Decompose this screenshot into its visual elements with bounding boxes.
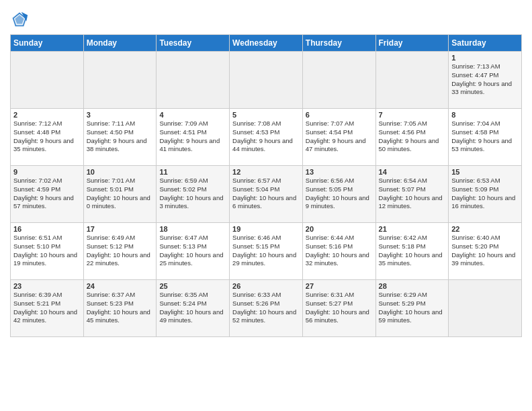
- day-info: Sunrise: 6:42 AM Sunset: 5:18 PM Dayligh…: [379, 234, 446, 268]
- day-number: 14: [379, 168, 446, 176]
- weekday-header-friday: Friday: [375, 35, 449, 52]
- day-number: 3: [87, 111, 154, 119]
- day-info: Sunrise: 6:35 AM Sunset: 5:24 PM Dayligh…: [159, 291, 226, 325]
- weekday-header-thursday: Thursday: [302, 35, 375, 52]
- day-number: 26: [232, 282, 300, 290]
- day-number: 20: [306, 225, 373, 233]
- calendar-cell: [375, 52, 449, 109]
- calendar-week-2: 2Sunrise: 7:12 AM Sunset: 4:48 PM Daylig…: [11, 109, 522, 166]
- calendar-cell: 24Sunrise: 6:37 AM Sunset: 5:23 PM Dayli…: [83, 280, 157, 337]
- day-info: Sunrise: 7:12 AM Sunset: 4:48 PM Dayligh…: [13, 120, 81, 154]
- day-number: 7: [379, 111, 446, 119]
- day-info: Sunrise: 6:40 AM Sunset: 5:20 PM Dayligh…: [451, 234, 519, 268]
- day-info: Sunrise: 6:37 AM Sunset: 5:23 PM Dayligh…: [87, 291, 154, 325]
- calendar-cell: 15Sunrise: 6:53 AM Sunset: 5:09 PM Dayli…: [449, 166, 522, 223]
- calendar-cell: 25Sunrise: 6:35 AM Sunset: 5:24 PM Dayli…: [157, 280, 230, 337]
- day-number: 1: [451, 54, 519, 62]
- calendar-cell: 9Sunrise: 7:02 AM Sunset: 4:59 PM Daylig…: [11, 166, 84, 223]
- day-number: 2: [13, 111, 81, 119]
- calendar-week-1: 1Sunrise: 7:13 AM Sunset: 4:47 PM Daylig…: [11, 52, 522, 109]
- calendar-cell: 5Sunrise: 7:08 AM Sunset: 4:53 PM Daylig…: [230, 109, 303, 166]
- calendar-cell: 26Sunrise: 6:33 AM Sunset: 5:26 PM Dayli…: [230, 280, 303, 337]
- calendar-cell: 10Sunrise: 7:01 AM Sunset: 5:01 PM Dayli…: [83, 166, 157, 223]
- day-number: 25: [159, 282, 226, 290]
- calendar-header-row: SundayMondayTuesdayWednesdayThursdayFrid…: [11, 35, 522, 52]
- day-number: 8: [451, 111, 519, 119]
- day-number: 18: [159, 225, 226, 233]
- calendar-week-5: 23Sunrise: 6:39 AM Sunset: 5:21 PM Dayli…: [11, 280, 522, 337]
- calendar-week-4: 16Sunrise: 6:51 AM Sunset: 5:10 PM Dayli…: [11, 223, 522, 280]
- calendar-cell: 16Sunrise: 6:51 AM Sunset: 5:10 PM Dayli…: [11, 223, 84, 280]
- day-info: Sunrise: 7:07 AM Sunset: 4:54 PM Dayligh…: [306, 120, 373, 154]
- calendar-table: SundayMondayTuesdayWednesdayThursdayFrid…: [10, 34, 522, 337]
- calendar-cell: 2Sunrise: 7:12 AM Sunset: 4:48 PM Daylig…: [11, 109, 84, 166]
- day-info: Sunrise: 7:04 AM Sunset: 4:58 PM Dayligh…: [451, 120, 519, 154]
- calendar-cell: [449, 280, 522, 337]
- day-info: Sunrise: 7:13 AM Sunset: 4:47 PM Dayligh…: [451, 62, 519, 97]
- day-info: Sunrise: 6:59 AM Sunset: 5:02 PM Dayligh…: [159, 177, 226, 211]
- day-info: Sunrise: 6:53 AM Sunset: 5:09 PM Dayligh…: [451, 177, 519, 211]
- day-info: Sunrise: 7:09 AM Sunset: 4:51 PM Dayligh…: [159, 120, 226, 154]
- day-number: 5: [232, 111, 300, 119]
- logo: [10, 10, 32, 29]
- calendar-cell: 17Sunrise: 6:49 AM Sunset: 5:12 PM Dayli…: [83, 223, 157, 280]
- day-number: 4: [159, 111, 226, 119]
- weekday-header-tuesday: Tuesday: [157, 35, 230, 52]
- day-info: Sunrise: 7:05 AM Sunset: 4:56 PM Dayligh…: [379, 120, 446, 154]
- calendar-cell: 7Sunrise: 7:05 AM Sunset: 4:56 PM Daylig…: [375, 109, 449, 166]
- calendar-cell: 19Sunrise: 6:46 AM Sunset: 5:15 PM Dayli…: [230, 223, 303, 280]
- weekday-header-sunday: Sunday: [11, 35, 84, 52]
- calendar-cell: 3Sunrise: 7:11 AM Sunset: 4:50 PM Daylig…: [83, 109, 157, 166]
- day-info: Sunrise: 6:56 AM Sunset: 5:05 PM Dayligh…: [306, 177, 373, 211]
- day-info: Sunrise: 6:46 AM Sunset: 5:15 PM Dayligh…: [232, 234, 300, 268]
- day-number: 24: [87, 282, 154, 290]
- calendar-cell: 21Sunrise: 6:42 AM Sunset: 5:18 PM Dayli…: [375, 223, 449, 280]
- day-number: 13: [306, 168, 373, 176]
- calendar-cell: 27Sunrise: 6:31 AM Sunset: 5:27 PM Dayli…: [302, 280, 375, 337]
- day-info: Sunrise: 6:49 AM Sunset: 5:12 PM Dayligh…: [87, 234, 154, 268]
- day-info: Sunrise: 6:57 AM Sunset: 5:04 PM Dayligh…: [232, 177, 300, 211]
- day-number: 12: [232, 168, 300, 176]
- calendar-cell: 18Sunrise: 6:47 AM Sunset: 5:13 PM Dayli…: [157, 223, 230, 280]
- weekday-header-wednesday: Wednesday: [230, 35, 303, 52]
- day-info: Sunrise: 6:33 AM Sunset: 5:26 PM Dayligh…: [232, 291, 300, 325]
- weekday-header-monday: Monday: [83, 35, 157, 52]
- day-info: Sunrise: 6:39 AM Sunset: 5:21 PM Dayligh…: [13, 291, 81, 325]
- day-info: Sunrise: 6:44 AM Sunset: 5:16 PM Dayligh…: [306, 234, 373, 268]
- calendar-cell: 14Sunrise: 6:54 AM Sunset: 5:07 PM Dayli…: [375, 166, 449, 223]
- calendar-cell: 4Sunrise: 7:09 AM Sunset: 4:51 PM Daylig…: [157, 109, 230, 166]
- day-number: 22: [451, 225, 519, 233]
- day-number: 16: [13, 225, 81, 233]
- day-number: 21: [379, 225, 446, 233]
- calendar-cell: 22Sunrise: 6:40 AM Sunset: 5:20 PM Dayli…: [449, 223, 522, 280]
- calendar-cell: 13Sunrise: 6:56 AM Sunset: 5:05 PM Dayli…: [302, 166, 375, 223]
- calendar-cell: 20Sunrise: 6:44 AM Sunset: 5:16 PM Dayli…: [302, 223, 375, 280]
- day-info: Sunrise: 7:08 AM Sunset: 4:53 PM Dayligh…: [232, 120, 300, 154]
- day-number: 10: [87, 168, 154, 176]
- day-number: 9: [13, 168, 81, 176]
- day-info: Sunrise: 7:02 AM Sunset: 4:59 PM Dayligh…: [13, 177, 81, 211]
- page-header: [10, 7, 522, 29]
- logo-icon: [10, 10, 29, 29]
- day-info: Sunrise: 7:11 AM Sunset: 4:50 PM Dayligh…: [87, 120, 154, 154]
- calendar-cell: 23Sunrise: 6:39 AM Sunset: 5:21 PM Dayli…: [11, 280, 84, 337]
- calendar-cell: [83, 52, 157, 109]
- day-info: Sunrise: 6:31 AM Sunset: 5:27 PM Dayligh…: [306, 291, 373, 325]
- day-info: Sunrise: 6:29 AM Sunset: 5:29 PM Dayligh…: [379, 291, 446, 325]
- day-number: 15: [451, 168, 519, 176]
- day-number: 17: [87, 225, 154, 233]
- day-info: Sunrise: 6:51 AM Sunset: 5:10 PM Dayligh…: [13, 234, 81, 268]
- day-number: 28: [379, 282, 446, 290]
- calendar-cell: 28Sunrise: 6:29 AM Sunset: 5:29 PM Dayli…: [375, 280, 449, 337]
- calendar-week-3: 9Sunrise: 7:02 AM Sunset: 4:59 PM Daylig…: [11, 166, 522, 223]
- calendar-cell: 8Sunrise: 7:04 AM Sunset: 4:58 PM Daylig…: [449, 109, 522, 166]
- day-number: 23: [13, 282, 81, 290]
- calendar-cell: [11, 52, 84, 109]
- calendar-cell: 11Sunrise: 6:59 AM Sunset: 5:02 PM Dayli…: [157, 166, 230, 223]
- calendar-cell: [157, 52, 230, 109]
- weekday-header-saturday: Saturday: [449, 35, 522, 52]
- day-info: Sunrise: 7:01 AM Sunset: 5:01 PM Dayligh…: [87, 177, 154, 211]
- day-number: 11: [159, 168, 226, 176]
- day-number: 27: [306, 282, 373, 290]
- calendar-cell: [302, 52, 375, 109]
